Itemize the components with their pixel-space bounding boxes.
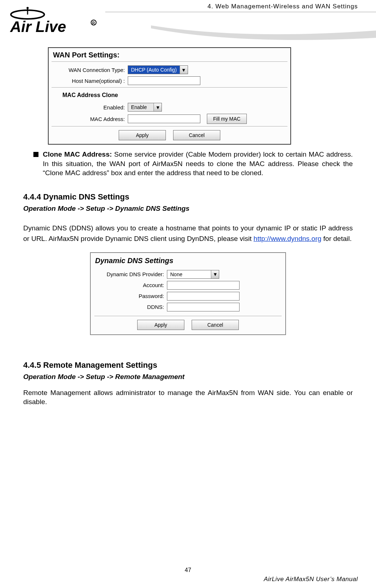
apply-button[interactable]: Apply: [137, 320, 184, 330]
ddns-breadcrumb: Operation Mode -> Setup -> Dynamic DNS S…: [23, 205, 353, 213]
wan-conn-type-value: DHCP (Auto Config): [128, 66, 180, 74]
wan-port-settings-panel: WAN Port Settings: WAN Connection Type: …: [48, 47, 291, 145]
mac-address-label: MAC Address:: [52, 116, 128, 122]
remote-breadcrumb: Operation Mode -> Setup -> Remote Manage…: [23, 373, 353, 381]
divider: [52, 87, 287, 88]
dyndns-link[interactable]: http://www.dyndns.org: [254, 235, 322, 242]
chevron-down-icon: ▾: [211, 270, 219, 278]
remote-paragraph: Remote Management allows administrator t…: [23, 388, 353, 407]
ddns-field-label: DDNS:: [94, 304, 167, 310]
password-input[interactable]: [167, 292, 240, 301]
divider: [94, 316, 282, 316]
page-number: 47: [0, 567, 376, 573]
clone-mac-lead: Clone MAC Address:: [43, 150, 112, 158]
svg-text:R: R: [92, 21, 95, 25]
enabled-label: Enabled:: [52, 104, 128, 110]
clone-mac-paragraph: Clone MAC Address: Some service provider…: [23, 150, 353, 178]
ddns-para-post: for detail.: [322, 235, 352, 242]
ddns-paragraph: Dynamic DNS (DDNS) allows you to create …: [23, 223, 353, 244]
wan-conn-type-select[interactable]: DHCP (Auto Config) ▾: [128, 65, 188, 74]
wan-panel-title: WAN Port Settings:: [52, 50, 287, 61]
mac-clone-title: MAC Address Clone: [52, 91, 287, 101]
ddns-settings-panel: Dynamic DNS Settings Dynamic DNS Provide…: [90, 252, 286, 335]
header-divider: [105, 12, 376, 12]
apply-button[interactable]: Apply: [119, 130, 166, 140]
divider: [52, 61, 287, 62]
host-name-label: Host Name(optional) :: [52, 78, 128, 84]
ddns-provider-value: None: [167, 270, 211, 278]
ddns-heading: 4.4.4 Dynamic DNS Settings: [23, 192, 353, 202]
ddns-provider-select[interactable]: None ▾: [167, 270, 219, 279]
account-label: Account:: [94, 282, 167, 288]
header-swoosh: [151, 22, 376, 44]
svg-point-2: [26, 7, 29, 9]
wan-conn-type-label: WAN Connection Type:: [52, 67, 128, 73]
airlive-logo: Air Live R: [7, 7, 101, 39]
host-name-input[interactable]: [128, 76, 200, 85]
square-bullet-icon: [23, 150, 33, 178]
remote-heading: 4.4.5 Remote Management Settings: [23, 361, 353, 370]
password-label: Password:: [94, 293, 167, 299]
chapter-title: 4. Web Management-Wireless and WAN Setti…: [208, 3, 358, 10]
fill-my-mac-button[interactable]: Fill my MAC: [207, 114, 247, 124]
cancel-button[interactable]: Cancel: [192, 320, 239, 330]
manual-title-footer: AirLive AirMax5N User’s Manual: [264, 576, 358, 583]
enabled-select[interactable]: Enable ▾: [128, 103, 162, 112]
enabled-value: Enable: [128, 103, 154, 111]
ddns-provider-label: Dynamic DNS Provider:: [94, 271, 167, 277]
account-input[interactable]: [167, 281, 240, 290]
ddns-input[interactable]: [167, 303, 240, 311]
svg-text:Air Live: Air Live: [10, 18, 66, 35]
mac-address-input[interactable]: [128, 114, 200, 123]
chevron-down-icon: ▾: [154, 103, 162, 111]
divider: [52, 126, 287, 126]
ddns-panel-title: Dynamic DNS Settings: [94, 256, 282, 268]
chevron-down-icon: ▾: [180, 66, 188, 74]
cancel-button[interactable]: Cancel: [173, 130, 220, 140]
